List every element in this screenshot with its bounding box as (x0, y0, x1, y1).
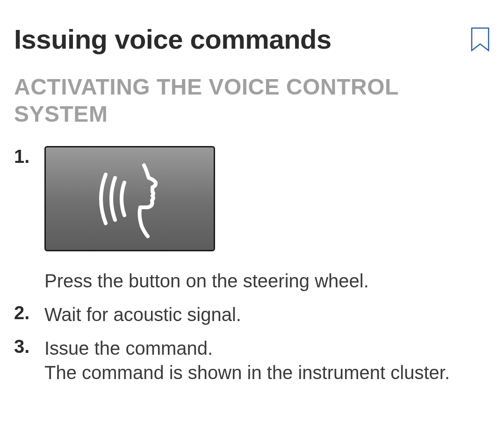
step-number: 3 (14, 336, 44, 357)
bookmark-icon (470, 27, 490, 53)
step-item: 3 Issue the command. The command is show… (14, 336, 490, 385)
step-body: Press the button on the steering wheel. (44, 146, 490, 293)
step-text: Wait for acoustic signal. (44, 302, 490, 327)
step-number: 1 (14, 146, 44, 167)
section-heading: ACTIVATING THE VOICE CONTROL SYSTEM (14, 73, 490, 127)
step-item: 2 Wait for acoustic signal. (14, 302, 490, 327)
voice-button-image (44, 146, 215, 251)
step-note: The command is shown in the instrument c… (44, 360, 490, 385)
step-body: Wait for acoustic signal. (44, 302, 490, 327)
step-text: Press the button on the steering wheel. (44, 269, 490, 293)
header-row: Issuing voice commands (14, 23, 490, 55)
page-title: Issuing voice commands (14, 23, 331, 55)
step-text: Issue the command. (44, 336, 490, 360)
step-item: 1 Press the button on the steering wheel… (14, 146, 490, 293)
steps-list: 1 Press the button on the steering wheel… (14, 146, 490, 385)
bookmark-button[interactable] (470, 27, 490, 53)
step-body: Issue the command. The command is shown … (44, 336, 490, 385)
voice-speaking-icon (74, 157, 186, 241)
step-number: 2 (14, 302, 44, 323)
